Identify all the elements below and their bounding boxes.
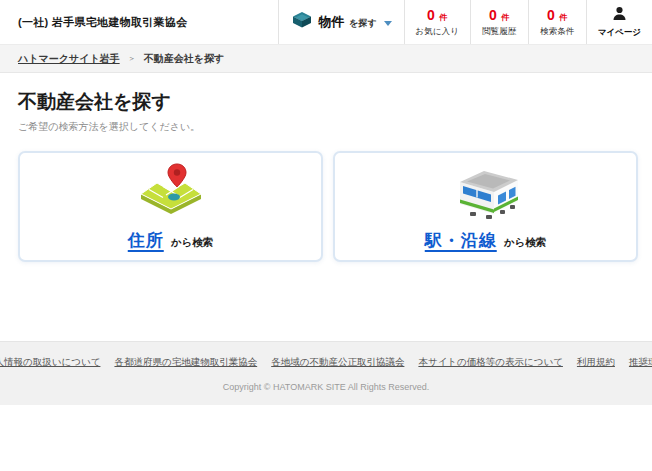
header: (一社) 岩手県宅地建物取引業協会 物件 を探す 0 件 お気に入り bbox=[0, 0, 652, 45]
favorites-label: お気に入り bbox=[416, 26, 459, 38]
chevron-down-icon bbox=[384, 21, 392, 26]
footer-link-price-display[interactable]: 本サイトの価格等の表示について bbox=[418, 356, 563, 369]
footer-link-recommended-env[interactable]: 推奨環境 bbox=[629, 356, 652, 369]
footer-link-prefectural-associations[interactable]: 各都道府県の宅地建物取引業協会 bbox=[114, 356, 257, 369]
address-search-link[interactable]: 住所 bbox=[128, 229, 164, 252]
property-cube-icon bbox=[291, 11, 313, 33]
saved-search-count: 0 bbox=[547, 7, 555, 23]
footer-link-fair-trade-councils[interactable]: 各地域の不動産公正取引協議会 bbox=[271, 356, 404, 369]
footer: 個人情報の取扱いについて 各都道府県の宅地建物取引業協会 各地域の不動産公正取引… bbox=[0, 341, 652, 405]
mypage-label: マイページ bbox=[598, 27, 641, 39]
person-icon bbox=[612, 6, 627, 25]
property-search-menu[interactable]: 物件 を探す bbox=[278, 0, 403, 44]
station-search-link[interactable]: 駅・沿線 bbox=[425, 229, 497, 252]
favorites-button[interactable]: 0 件 お気に入り bbox=[404, 0, 470, 44]
saved-search-unit: 件 bbox=[559, 13, 567, 22]
main-content: 不動産会社を探す ご希望の検索方法を選択してください。 bbox=[0, 73, 652, 341]
copyright-text: Copyright © HATOMARK SITE All Rights Res… bbox=[223, 382, 429, 392]
history-unit: 件 bbox=[501, 13, 509, 22]
site-logo[interactable]: (一社) 岩手県宅地建物取引業協会 bbox=[0, 0, 187, 44]
history-count: 0 bbox=[489, 7, 497, 23]
mypage-button[interactable]: マイページ bbox=[586, 0, 652, 44]
page-subtitle: ご希望の検索方法を選択してください。 bbox=[18, 120, 638, 134]
history-button[interactable]: 0 件 閲覧履歴 bbox=[470, 0, 528, 44]
property-menu-label: 物件 bbox=[318, 13, 344, 31]
address-search-suffix: から検索 bbox=[171, 236, 214, 250]
train-icon bbox=[446, 162, 526, 220]
saved-search-label: 検索条件 bbox=[540, 26, 574, 38]
breadcrumb-current: 不動産会社を探す bbox=[144, 52, 224, 66]
favorites-count: 0 bbox=[427, 7, 435, 23]
station-search-suffix: から検索 bbox=[504, 236, 547, 250]
footer-link-terms[interactable]: 利用規約 bbox=[577, 356, 615, 369]
footer-links: 個人情報の取扱いについて 各都道府県の宅地建物取引業協会 各地域の不動産公正取引… bbox=[0, 356, 652, 369]
favorites-unit: 件 bbox=[439, 13, 447, 22]
map-pin-icon bbox=[133, 162, 209, 220]
search-by-station-card[interactable]: 駅・沿線 から検索 bbox=[333, 151, 638, 262]
header-nav: 物件 を探す 0 件 お気に入り 0 件 閲覧履歴 0 件 検索条件 bbox=[278, 0, 652, 44]
search-by-address-card[interactable]: 住所 から検索 bbox=[18, 151, 323, 262]
breadcrumb: ハトマークサイト岩手 ＞ 不動産会社を探す bbox=[0, 45, 652, 73]
page-title: 不動産会社を探す bbox=[18, 89, 638, 115]
history-label: 閲覧履歴 bbox=[482, 26, 516, 38]
search-method-cards: 住所 から検索 bbox=[18, 151, 638, 262]
property-menu-sublabel: を探す bbox=[349, 17, 376, 30]
breadcrumb-separator: ＞ bbox=[128, 53, 136, 64]
footer-link-privacy[interactable]: 個人情報の取扱いについて bbox=[0, 356, 100, 369]
breadcrumb-home-link[interactable]: ハトマークサイト岩手 bbox=[18, 52, 120, 66]
saved-search-button[interactable]: 0 件 検索条件 bbox=[528, 0, 586, 44]
